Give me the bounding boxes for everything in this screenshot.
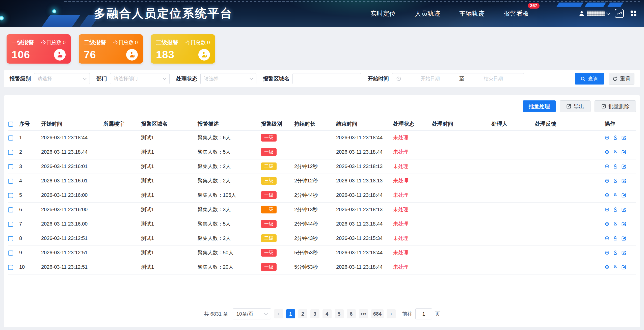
page-button[interactable]: 6 <box>347 309 356 318</box>
person-track-icon[interactable] <box>613 164 618 169</box>
page-unit-label: 页 <box>435 311 440 317</box>
level-badge: 一级 <box>261 191 277 199</box>
row-checkbox[interactable] <box>8 265 13 270</box>
search-button[interactable]: 查询 <box>575 73 604 85</box>
cell-handler <box>492 231 535 245</box>
nav-item[interactable]: 人员轨迹 <box>415 9 440 18</box>
row-checkbox[interactable] <box>8 193 13 198</box>
clock-icon <box>396 76 401 81</box>
reset-button[interactable]: 重置 <box>609 73 634 85</box>
row-checkbox[interactable] <box>8 251 13 256</box>
status-select[interactable]: 请选择 <box>200 73 256 84</box>
cell-index: 9 <box>19 245 41 260</box>
person-track-icon[interactable] <box>613 221 618 227</box>
filter-panel: 报警级别 请选择 部门 请选择部门 处理状态 请选择 报警区域名 开始时间 开始… <box>4 70 640 87</box>
edit-icon[interactable] <box>621 250 626 255</box>
pagination-ellipsis[interactable]: ••• <box>359 309 368 318</box>
export-button[interactable]: 导出 <box>560 100 591 112</box>
view-icon[interactable] <box>605 222 609 226</box>
dept-select[interactable]: 请选择部门 <box>110 73 170 84</box>
person-track-icon[interactable] <box>613 178 618 183</box>
apps-grid-icon[interactable] <box>629 9 638 18</box>
row-checkbox[interactable] <box>8 135 13 141</box>
edit-icon[interactable] <box>621 193 626 198</box>
view-icon[interactable] <box>605 265 609 269</box>
chevron-down-icon <box>264 312 268 315</box>
view-icon[interactable] <box>605 207 609 212</box>
row-checkbox[interactable] <box>8 150 13 155</box>
view-icon[interactable] <box>605 250 609 255</box>
view-icon[interactable] <box>605 178 609 183</box>
next-page-button[interactable]: › <box>387 309 396 318</box>
edit-icon[interactable] <box>621 207 626 212</box>
view-icon[interactable] <box>605 193 609 198</box>
prev-page-button[interactable]: ‹ <box>274 309 283 318</box>
person-track-icon[interactable] <box>613 264 618 270</box>
cell-building <box>103 231 141 245</box>
cell-start-time: 2026-03-11 23:16:01 <box>41 159 103 174</box>
page-button[interactable]: 2 <box>298 309 307 318</box>
page-button[interactable]: 3 <box>310 309 319 318</box>
row-checkbox[interactable] <box>8 207 13 212</box>
alarm-card: 三级报警 今日总数 0 183 <box>151 34 215 64</box>
last-page-button[interactable]: 684 <box>371 309 384 318</box>
person-track-icon[interactable] <box>613 135 618 140</box>
row-checkbox[interactable] <box>8 179 13 184</box>
pagination: 共 6831 条 10条/页 ‹ 123456 ••• 684 › 前往 页 <box>4 308 640 319</box>
person-track-icon[interactable] <box>613 207 618 212</box>
nav-badge: 367 <box>528 3 540 9</box>
dept-select-placeholder: 请选择部门 <box>114 75 138 82</box>
cell-index: 1 <box>19 130 41 145</box>
edit-icon[interactable] <box>621 164 626 169</box>
cell-status: 未处理 <box>393 260 432 274</box>
view-icon[interactable] <box>605 150 609 154</box>
page-button[interactable]: 1 <box>286 309 295 318</box>
cell-end-time: 2026-03-11 23:18:13 <box>336 159 393 174</box>
table-header-row: 序号开始时间所属楼宇报警区域名报警描述报警级别持续时长结束时间处理状态处理时间处… <box>8 117 636 130</box>
edit-icon[interactable] <box>621 222 626 227</box>
alarm-card-count: 183 <box>156 49 174 61</box>
edit-icon[interactable] <box>621 150 626 155</box>
batch-delete-label: 批量删除 <box>608 103 630 110</box>
person-track-icon[interactable] <box>613 236 618 241</box>
view-icon[interactable] <box>605 164 609 169</box>
person-track-icon[interactable] <box>613 149 618 155</box>
cell-building <box>103 145 141 159</box>
view-icon[interactable] <box>605 236 609 241</box>
edit-icon[interactable] <box>621 135 626 140</box>
person-track-icon[interactable] <box>613 192 618 198</box>
batch-delete-button[interactable]: 批量删除 <box>595 100 636 112</box>
row-checkbox[interactable] <box>8 236 13 241</box>
select-all-checkbox[interactable] <box>8 122 13 127</box>
alarm-card-title: 二级报警 <box>84 39 106 46</box>
edit-icon[interactable] <box>621 265 626 270</box>
area-input[interactable] <box>296 76 357 81</box>
level-select[interactable]: 请选择 <box>34 73 90 84</box>
level-badge: 一级 <box>261 148 277 156</box>
row-checkbox[interactable] <box>8 222 13 227</box>
page-size-select[interactable]: 10条/页 <box>233 308 271 319</box>
table-row: 9 2026-03-11 23:12:51 测试1 聚集人数：50人 一级 5分… <box>8 245 636 260</box>
cell-handle-time <box>432 245 492 260</box>
page-title: 多融合人员定位系统平台 <box>94 0 233 27</box>
user-menu[interactable] <box>578 10 610 17</box>
edit-icon[interactable] <box>621 236 626 241</box>
row-checkbox[interactable] <box>8 164 13 169</box>
status-select-placeholder: 请选择 <box>204 75 219 82</box>
view-icon[interactable] <box>605 135 609 140</box>
export-label: 导出 <box>574 103 584 110</box>
goto-page-input[interactable] <box>415 308 432 319</box>
batch-process-button[interactable]: 批量处理 <box>523 100 556 112</box>
nav-item[interactable]: 车辆轨迹 <box>459 9 485 18</box>
nav-item-label: 实时定位 <box>370 10 396 17</box>
date-range-input[interactable]: 开始日期 至 结束日期 <box>392 73 524 84</box>
main-nav: 实时定位 人员轨迹 车辆轨迹 报警看板 367 <box>370 0 529 27</box>
chart-icon[interactable] <box>615 9 624 18</box>
edit-icon[interactable] <box>621 178 626 183</box>
person-track-icon[interactable] <box>613 250 618 255</box>
filter-label-level: 报警级别 <box>10 75 31 82</box>
page-button[interactable]: 5 <box>335 309 344 318</box>
nav-item[interactable]: 实时定位 <box>370 9 396 18</box>
nav-item[interactable]: 报警看板 367 <box>504 9 529 18</box>
page-button[interactable]: 4 <box>323 309 332 318</box>
